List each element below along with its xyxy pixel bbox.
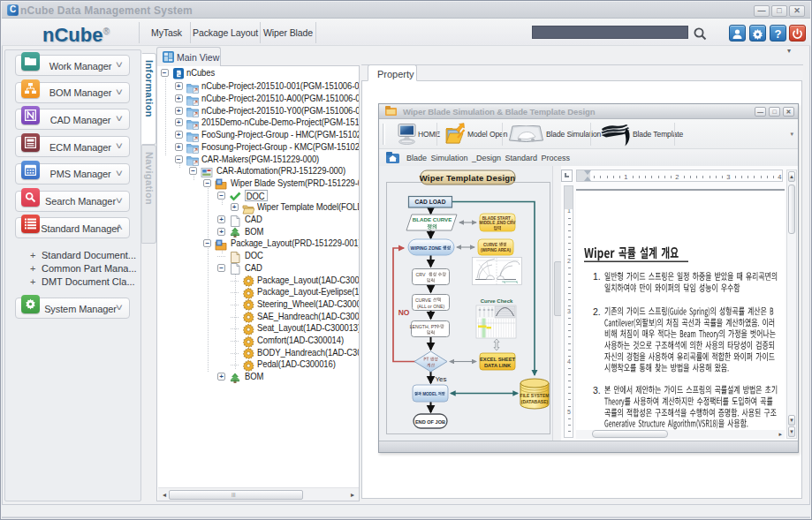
svg-text:3.: 3.	[593, 385, 601, 396]
svg-text:CRV: CRV	[416, 272, 426, 277]
svg-text:BLADE CURVE: BLADE CURVE	[413, 216, 452, 222]
svg-text:FILE SYSTEM: FILE SYSTEM	[520, 393, 550, 398]
svg-text:WIPING ZONE: WIPING ZONE	[411, 245, 442, 251]
svg-text:DATA LINK: DATA LINK	[484, 363, 512, 368]
svg-text:(WIPING AREA): (WIPING AREA)	[481, 248, 511, 252]
svg-text:(ALL or ONE): (ALL or ONE)	[417, 304, 445, 309]
svg-text:NO: NO	[398, 308, 410, 317]
svg-text:CAD LOAD: CAD LOAD	[415, 199, 446, 205]
svg-text:Curve Check: Curve Check	[481, 298, 513, 304]
svg-text:BLADE START ,: BLADE START ,	[482, 216, 513, 221]
svg-text:MODEL: MODEL	[422, 392, 437, 396]
svg-text:1.: 1.	[593, 271, 601, 282]
svg-text:LENGTH, PT: LENGTH, PT	[410, 324, 437, 329]
svg-text:Wiper Template Design: Wiper Template Design	[420, 173, 515, 183]
svg-text:2.: 2.	[593, 306, 601, 317]
svg-text:CURVE: CURVE	[415, 298, 432, 303]
svg-text:MIDDLE ,END CRV: MIDDLE ,END CRV	[480, 221, 517, 225]
svg-text:(DATABASE): (DATABASE)	[521, 399, 549, 404]
svg-text:END OF JOB: END OF JOB	[415, 419, 445, 425]
svg-text:EXCEL SHEET: EXCEL SHEET	[480, 357, 516, 362]
svg-text:Yes: Yes	[435, 375, 446, 383]
svg-text:CURVE: CURVE	[483, 243, 497, 247]
